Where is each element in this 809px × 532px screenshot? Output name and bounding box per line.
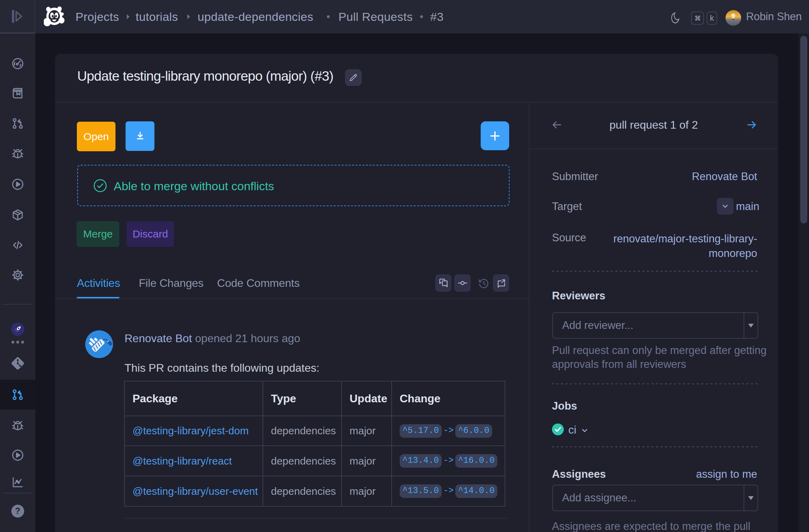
svg-text:?: ? (15, 506, 20, 516)
